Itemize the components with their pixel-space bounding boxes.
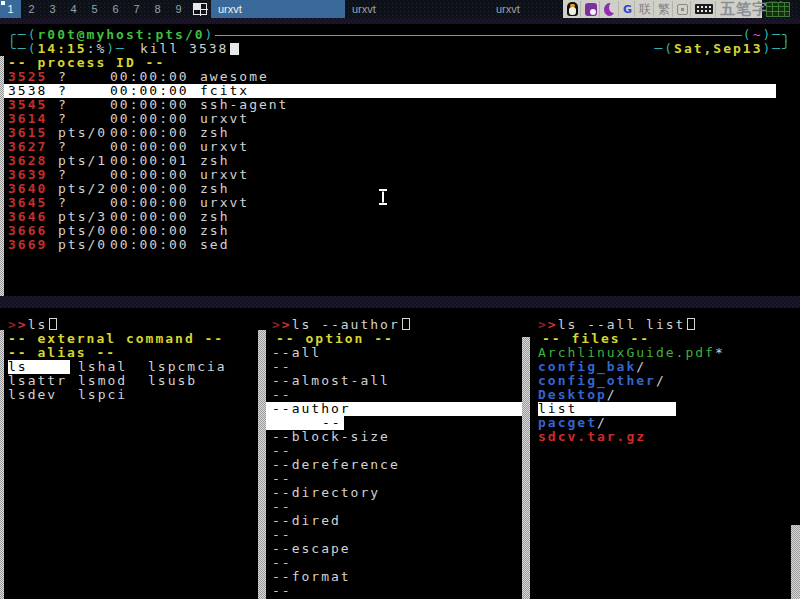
fullwidth-icon[interactable] xyxy=(675,1,691,17)
bar-right-area xyxy=(762,0,800,18)
tag-2[interactable]: 2 xyxy=(21,0,42,18)
completion-option[interactable]: --almost-all xyxy=(266,374,522,388)
tag-9[interactable]: 9 xyxy=(168,0,189,18)
command-input[interactable]: ls xyxy=(28,317,48,332)
file-name: pacget xyxy=(538,415,597,430)
crescent-icon[interactable] xyxy=(602,1,619,17)
file-item[interactable]: sdcv.tar.gz xyxy=(530,430,791,444)
task-2[interactable]: urxvt xyxy=(345,0,489,18)
completion-option-description: -- xyxy=(266,528,522,542)
completion-group-header: -- option -- xyxy=(266,332,522,346)
tag-8[interactable]: 8 xyxy=(147,0,168,18)
file-item[interactable]: list xyxy=(530,402,791,416)
process-row[interactable]: 3545?00:00:00ssh-agent xyxy=(0,98,800,112)
grid-layout-icon xyxy=(193,3,207,15)
tag-7[interactable]: 7 xyxy=(126,0,147,18)
terminal-right[interactable]: >>ls --all list-- files --ArchlinuxGuide… xyxy=(530,308,791,599)
completion-option[interactable]: --author xyxy=(266,402,522,416)
scrollbar-left-pane[interactable] xyxy=(258,308,266,599)
file-item[interactable]: config_bak/ xyxy=(530,360,791,374)
scrollbar-middle-pane[interactable] xyxy=(522,308,530,599)
completion-group-header: -- files -- xyxy=(530,332,791,346)
tux-icon[interactable] xyxy=(565,1,581,17)
completion-option[interactable]: --block-size xyxy=(266,430,522,444)
process-row[interactable]: 3639?00:00:00urxvt xyxy=(0,168,800,182)
completion-item[interactable]: lsmod xyxy=(78,374,127,388)
process-time: 00:00:00 xyxy=(110,140,200,154)
scrollbar-top-terminal[interactable] xyxy=(0,56,4,296)
process-tty: pts/0 xyxy=(58,224,110,238)
process-command: sed xyxy=(200,238,229,252)
task-1[interactable]: urxvt xyxy=(211,0,345,18)
completion-option[interactable]: --escape xyxy=(266,542,522,556)
completion-item[interactable]: lsusb xyxy=(148,374,197,388)
prompt-line-1: ╭─(r00t@myhost:pts/0) (~)─╮ xyxy=(0,28,800,42)
layout-button[interactable] xyxy=(189,0,211,18)
process-row[interactable]: 3627?00:00:00urxvt xyxy=(0,140,800,154)
process-row[interactable]: 3669pts/000:00:00sed xyxy=(0,238,800,252)
process-time: 00:00:00 xyxy=(110,112,200,126)
process-time: 00:00:00 xyxy=(110,196,200,210)
command-input[interactable]: ls --author xyxy=(292,317,400,332)
process-row[interactable]: 3538?00:00:00fcitx xyxy=(0,84,800,98)
completion-item[interactable]: lsdev xyxy=(8,388,57,402)
completion-option[interactable]: --dired xyxy=(266,514,522,528)
association-icon[interactable]: 联 xyxy=(637,1,654,17)
scrollbar-right-pane[interactable] xyxy=(791,308,800,599)
prompt-frame: ╭─( xyxy=(8,28,37,42)
tag-1[interactable]: 1 xyxy=(0,0,21,18)
desktop: { "colors":{ "accent_blue":"#3a6a99","te… xyxy=(0,0,800,599)
pager-icon[interactable] xyxy=(766,2,790,17)
completion-item[interactable]: lspci xyxy=(78,388,127,402)
process-list-header: -- process ID -- xyxy=(0,56,800,70)
keyboard-icon[interactable] xyxy=(693,1,716,17)
pane-prompt: >>ls --author xyxy=(266,318,522,332)
terminal-middle[interactable]: >>ls --author-- option ----all----almost… xyxy=(266,308,522,599)
scrollbar-left-pane-edge[interactable] xyxy=(0,308,4,599)
process-time: 00:00:01 xyxy=(110,154,200,168)
completion-option[interactable]: --all xyxy=(266,346,522,360)
file-item[interactable]: config_other/ xyxy=(530,374,791,388)
tag-6[interactable]: 6 xyxy=(105,0,126,18)
completion-item[interactable]: ls xyxy=(8,360,70,374)
process-row[interactable]: 3640pts/200:00:00zsh xyxy=(0,182,800,196)
prompt-frame: )─ xyxy=(106,42,126,56)
file-name: ArchlinuxGuide.pdf xyxy=(538,345,715,360)
completion-option[interactable]: --directory xyxy=(266,486,522,500)
process-row[interactable]: 3628pts/100:00:01zsh xyxy=(0,154,800,168)
fcitx-lang-icon[interactable]: G xyxy=(621,1,635,17)
traditional-icon[interactable]: 繁 xyxy=(656,1,673,17)
command-input[interactable]: kill 3538 xyxy=(140,42,228,56)
process-row[interactable]: 3614?00:00:00urxvt xyxy=(0,112,800,126)
process-row[interactable]: 3646pts/300:00:00zsh xyxy=(0,210,800,224)
completion-option[interactable]: --dereference xyxy=(266,458,522,472)
prompt-chevron-icon: > xyxy=(8,317,18,332)
completion-option[interactable]: --format xyxy=(266,570,522,584)
completion-item[interactable]: lshal xyxy=(78,360,127,374)
file-item[interactable]: pacget/ xyxy=(530,416,791,430)
traditional-icon: 繁 xyxy=(658,1,670,18)
completion-option-description: -- xyxy=(266,472,522,486)
completion-item[interactable]: lspcmcia xyxy=(148,360,227,374)
terminal-left[interactable]: >>ls-- external command ---- alias --lsl… xyxy=(0,308,258,599)
task-3[interactable]: urxvt xyxy=(489,0,563,18)
tag-3[interactable]: 3 xyxy=(42,0,63,18)
file-name: sdcv.tar.gz xyxy=(538,429,646,444)
process-row[interactable]: 3525?00:00:00awesome xyxy=(0,70,800,84)
prompt-chevron-icon: > xyxy=(548,317,558,332)
music-player-icon[interactable] xyxy=(583,1,600,17)
completion-item[interactable]: lsattr xyxy=(8,374,67,388)
pane-prompt: >>ls xyxy=(0,318,258,332)
tag-5[interactable]: 5 xyxy=(84,0,105,18)
prompt-frame: ─( xyxy=(654,42,674,56)
file-item[interactable]: Desktop/ xyxy=(530,388,791,402)
command-input[interactable]: ls --all list xyxy=(558,317,686,332)
terminal-main[interactable]: ╭─(r00t@myhost:pts/0) (~)─╮ ╰─(14:15:%)─… xyxy=(0,24,800,296)
file-item[interactable]: ArchlinuxGuide.pdf* xyxy=(530,346,791,360)
process-row[interactable]: 3615pts/000:00:00zsh xyxy=(0,126,800,140)
music-player-icon xyxy=(585,3,597,16)
process-tty: ? xyxy=(58,70,110,84)
process-row[interactable]: 3666pts/000:00:00zsh xyxy=(0,224,800,238)
process-row[interactable]: 3645?00:00:00urxvt xyxy=(0,196,800,210)
tag-4[interactable]: 4 xyxy=(63,0,84,18)
